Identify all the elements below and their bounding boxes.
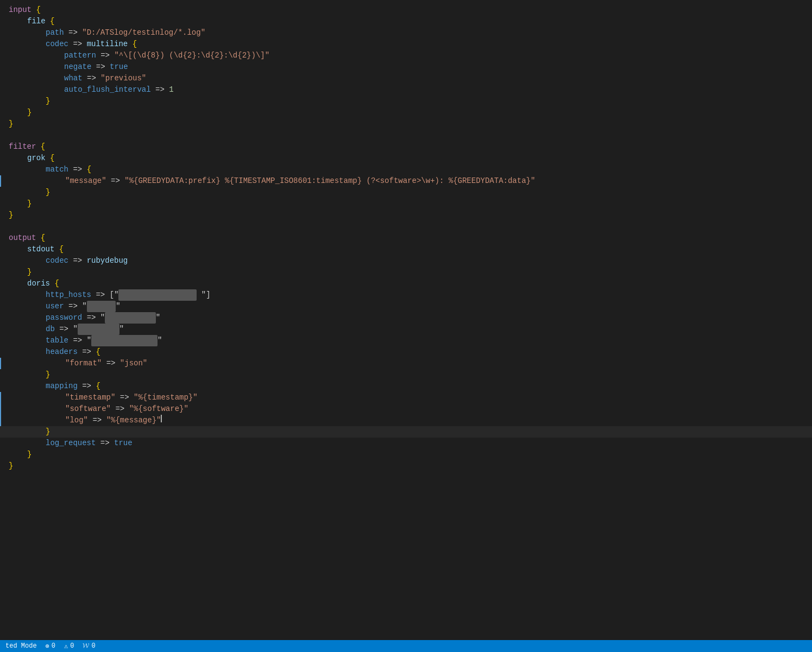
- code-line: file {: [0, 16, 812, 27]
- brace-close: }: [27, 198, 32, 210]
- code-line: }: [0, 210, 812, 221]
- brace: {: [96, 381, 100, 392]
- code-line: }: [0, 187, 812, 198]
- brace: {: [41, 141, 45, 153]
- brace-close: }: [46, 369, 50, 381]
- brace: {: [50, 16, 54, 27]
- mode-label: ted Mode: [5, 642, 37, 650]
- code-line: doris {: [0, 278, 812, 289]
- key-log: "log": [65, 415, 92, 426]
- prop-codec: codec: [46, 39, 73, 50]
- brace-close: }: [9, 210, 13, 221]
- code-line: }: [0, 107, 812, 118]
- brace-close: }: [9, 460, 13, 472]
- prop-what: what: [64, 73, 87, 84]
- keyword-filter: filter: [9, 141, 41, 153]
- value-multiline: multiline: [87, 39, 133, 50]
- keyword-output: output: [9, 232, 41, 244]
- code-line: stdout {: [0, 244, 812, 255]
- status-warnings: ⚠ 0: [64, 642, 74, 650]
- keyword-doris: doris: [27, 278, 54, 289]
- brace-close: }: [46, 426, 50, 438]
- brace-close: }: [27, 267, 32, 278]
- key-software: "software": [65, 403, 115, 415]
- arrow: =>: [96, 289, 109, 301]
- code-line: table => "TABLE": [0, 335, 812, 346]
- bracket-close: "]: [197, 289, 210, 301]
- code-line: input {: [0, 4, 812, 16]
- value-log-request: true: [114, 438, 133, 449]
- value-message: "%{GREEDYDATA:prefix} %{TIMESTAMP_ISO860…: [124, 175, 535, 187]
- value-negate: true: [110, 61, 128, 73]
- status-infos: 𝓦 0: [83, 642, 95, 650]
- quote-close: ": [119, 324, 124, 335]
- brace: {: [54, 278, 59, 289]
- code-line: output {: [0, 232, 812, 244]
- code-line: }: [0, 267, 812, 278]
- brace: {: [36, 4, 40, 16]
- blurred-table: TABLE: [91, 335, 158, 346]
- arrow: =>: [68, 27, 82, 39]
- brace: {: [87, 164, 91, 175]
- brace: {: [50, 153, 54, 164]
- code-line: "format" => "json": [0, 358, 812, 369]
- arrow: =>: [106, 358, 120, 369]
- code-line: what => "previous": [0, 73, 812, 84]
- status-mode: ted Mode: [5, 642, 37, 650]
- code-line: "message" => "%{GREEDYDATA:prefix} %{TIM…: [0, 175, 812, 187]
- code-line: db => "DB": [0, 324, 812, 335]
- value-software: "%{software}": [129, 403, 188, 415]
- keyword-file: file: [27, 16, 50, 27]
- prop-log-request: log_request: [46, 438, 100, 449]
- quote-close: ": [158, 335, 162, 346]
- brace: {: [96, 346, 100, 358]
- brace-close: }: [46, 96, 50, 107]
- brace-close: }: [46, 187, 50, 198]
- key-message: "message": [65, 175, 111, 187]
- blurred-url: URL_HIDDEN: [118, 289, 197, 301]
- info-icon: 𝓦: [83, 642, 89, 650]
- prop-auto-flush: auto_flush_interval: [64, 84, 155, 96]
- brace: {: [41, 232, 45, 244]
- code-line: }: [0, 460, 812, 472]
- code-line: }: [0, 96, 812, 107]
- error-icon: ⊗: [46, 642, 49, 650]
- editor-area: input { file { path => "D:/ATSlog/testin…: [0, 0, 812, 630]
- prop-headers: headers: [46, 346, 82, 358]
- value-what: "previous": [100, 73, 146, 84]
- arrow: =>: [87, 73, 100, 84]
- blurred-db: DB: [78, 324, 119, 335]
- code-line: path => "D:/ATSlog/testinlog/*.log": [0, 27, 812, 39]
- value-timestamp: "%{timestamp}": [134, 392, 198, 403]
- code-line: }: [0, 118, 812, 130]
- code-line-empty: [0, 221, 812, 232]
- code-line: headers => {: [0, 346, 812, 358]
- value-rubydebug: rubydebug: [87, 255, 128, 267]
- key-timestamp: "timestamp": [65, 392, 120, 403]
- code-line: auto_flush_interval => 1: [0, 84, 812, 96]
- warning-icon: ⚠: [64, 642, 68, 650]
- arrow: => ": [73, 335, 91, 346]
- prop-mapping: mapping: [46, 381, 82, 392]
- code-line-active: }: [0, 426, 812, 438]
- text-cursor: [161, 415, 162, 422]
- code-line: password => "PASS": [0, 312, 812, 324]
- key-format: "format": [65, 358, 106, 369]
- bracket-open: [": [110, 289, 119, 301]
- prop-table: table: [46, 335, 73, 346]
- prop-password: password: [46, 312, 87, 324]
- keyword-input: input: [9, 4, 36, 16]
- brace-close: }: [27, 449, 32, 460]
- arrow: =>: [96, 61, 110, 73]
- brace-close: }: [9, 118, 13, 130]
- code-line-empty: [0, 130, 812, 141]
- value-pattern: "^\[(\d{8}) (\d{2}:\d{2}:\d{2})\]": [114, 50, 269, 61]
- code-line: grok {: [0, 153, 812, 164]
- value-format: "json": [120, 358, 147, 369]
- brace: {: [59, 244, 64, 255]
- arrow: =>: [73, 39, 86, 50]
- warning-count: 0: [70, 642, 74, 650]
- status-bar: ted Mode ⊗ 0 ⚠ 0 𝓦 0: [0, 640, 812, 652]
- code-line: user => "USER": [0, 301, 812, 312]
- arrow: =>: [82, 381, 96, 392]
